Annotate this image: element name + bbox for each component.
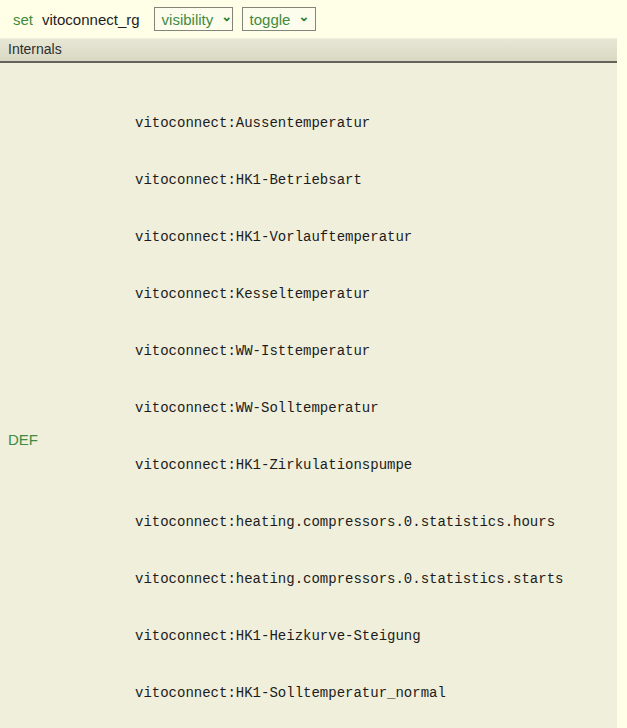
def-line: vitoconnect:HK1-Zirkulationspumpe — [135, 456, 609, 475]
def-line: vitoconnect:HK1-Betriebsart — [135, 171, 609, 190]
def-line: vitoconnect:HK1-Solltemperatur_normal — [135, 684, 609, 703]
def-line: vitoconnect:Aussentemperatur — [135, 114, 609, 133]
def-line: vitoconnect:HK1-Vorlauftemperatur — [135, 228, 609, 247]
set-label[interactable]: set — [13, 11, 33, 28]
set-select-value: visibility — [162, 11, 214, 28]
def-link[interactable]: DEF — [8, 431, 38, 448]
def-line: vitoconnect:Kesseltemperatur — [135, 285, 609, 304]
def-line: vitoconnect:heating.compressors.0.statis… — [135, 513, 609, 532]
internals-table: DEF vitoconnect:Aussentemperatur vitocon… — [0, 63, 617, 728]
def-line: vitoconnect:WW-Isttemperatur — [135, 342, 609, 361]
chevron-down-icon: ⌄ — [221, 12, 232, 22]
set-command-select[interactable]: visibility ⌄ — [154, 7, 233, 31]
device-name: vitoconnect_rg — [42, 11, 140, 28]
set-command-row: set vitoconnect_rg visibility ⌄ toggle ⌄ — [0, 0, 627, 38]
internals-section-title: Internals — [0, 38, 617, 63]
chevron-down-icon: ⌄ — [298, 12, 309, 22]
set-argument-select[interactable]: toggle ⌄ — [242, 7, 316, 31]
def-value-block: vitoconnect:Aussentemperatur vitoconnect… — [135, 63, 609, 728]
def-line: vitoconnect:WW-Solltemperatur — [135, 399, 609, 418]
set-argument-value: toggle — [250, 11, 291, 28]
def-row: DEF vitoconnect:Aussentemperatur vitocon… — [0, 63, 617, 728]
def-line: vitoconnect:heating.compressors.0.statis… — [135, 570, 609, 589]
def-line: vitoconnect:HK1-Heizkurve-Steigung — [135, 627, 609, 646]
